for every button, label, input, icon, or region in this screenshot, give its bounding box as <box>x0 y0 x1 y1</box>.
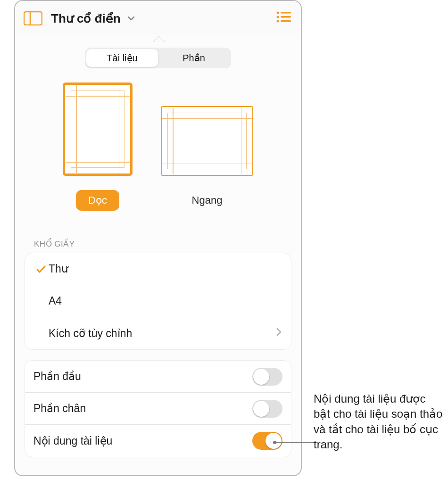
svg-point-4 <box>277 16 279 18</box>
chevron-right-icon <box>276 327 282 339</box>
toggle-label: Phần đầu <box>33 370 252 383</box>
list-bullet-icon[interactable] <box>275 10 292 27</box>
callout-leader-line <box>274 442 314 443</box>
document-body-toggle[interactable] <box>252 432 282 450</box>
paper-size-option-label: A4 <box>49 295 282 307</box>
orientation-portrait[interactable]: Dọc <box>63 83 133 211</box>
landscape-label: Ngang <box>182 190 233 211</box>
checkmark-icon <box>33 264 49 275</box>
svg-point-6 <box>277 20 279 23</box>
tab-section[interactable]: Phần <box>158 49 230 67</box>
paper-size-option-letter[interactable]: Thư <box>25 253 291 285</box>
callout-text: Nội dung tài liệu được bật cho tài liệu … <box>314 391 443 453</box>
orientation-chooser: Dọc Ngang <box>15 83 301 211</box>
footer-toggle[interactable] <box>252 400 282 418</box>
svg-rect-5 <box>281 16 291 18</box>
popover-arrow <box>152 35 165 42</box>
portrait-label: Dọc <box>76 190 119 211</box>
paper-size-custom[interactable]: Kích cỡ tùy chỉnh <box>25 317 291 349</box>
toggle-label: Nội dung tài liệu <box>33 435 252 447</box>
paper-size-list: Thư A4 Kích cỡ tùy chỉnh <box>25 253 291 350</box>
paper-size-option-a4[interactable]: A4 <box>25 285 291 317</box>
titlebar: Thư cổ điển <box>15 1 301 36</box>
toggle-row-document-body: Nội dung tài liệu <box>25 425 291 457</box>
document-title: Thư cổ điển <box>51 11 121 26</box>
svg-rect-7 <box>281 20 291 22</box>
paper-size-custom-label: Kích cỡ tùy chỉnh <box>49 327 276 340</box>
tab-document[interactable]: Tài liệu <box>86 49 158 67</box>
document-settings-panel: Thư cổ điển Tài liệu Phần <box>14 0 302 476</box>
chevron-down-icon[interactable] <box>126 14 136 23</box>
toggle-row-header: Phần đầu <box>25 361 291 393</box>
svg-rect-0 <box>24 12 42 25</box>
portrait-page-icon <box>63 83 133 176</box>
svg-rect-3 <box>281 12 291 14</box>
toggle-row-footer: Phần chân <box>25 393 291 425</box>
paper-size-header: KHỔ GIẤY <box>34 239 301 249</box>
svg-point-2 <box>277 12 279 14</box>
landscape-page-icon <box>161 106 253 176</box>
document-toggles-list: Phần đầu Phần chân Nội dung tài liệu <box>25 360 291 457</box>
orientation-landscape[interactable]: Ngang <box>161 83 253 211</box>
tab-segmented-control: Tài liệu Phần <box>85 48 231 68</box>
toggle-label: Phần chân <box>33 402 252 415</box>
header-toggle[interactable] <box>252 368 282 386</box>
panel-layout-icon[interactable] <box>24 11 42 26</box>
paper-size-option-label: Thư <box>49 263 282 275</box>
